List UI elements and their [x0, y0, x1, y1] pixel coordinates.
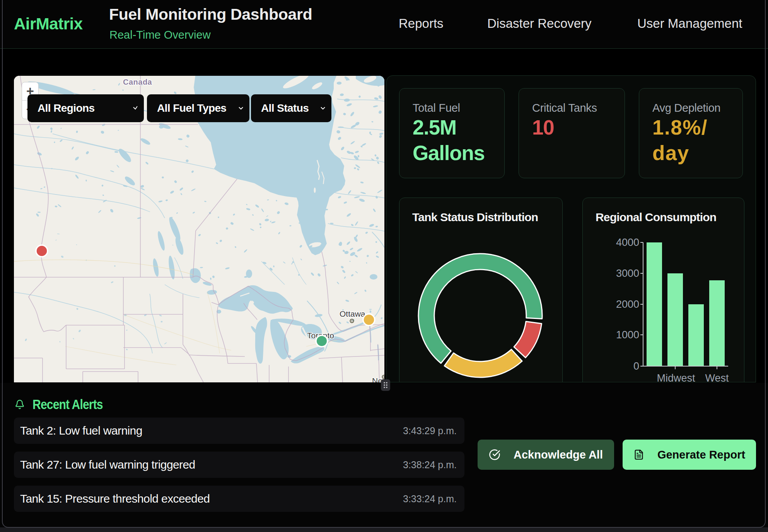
svg-text:1000: 1000 [616, 329, 639, 341]
svg-text:3000: 3000 [616, 268, 639, 279]
svg-text:West: West [705, 372, 729, 382]
svg-text:Canada: Canada [123, 78, 152, 86]
svg-text:4000: 4000 [616, 237, 639, 248]
svg-text:2000: 2000 [616, 298, 639, 310]
svg-text:Ottawa: Ottawa [340, 309, 365, 318]
svg-text:Midwest: Midwest [657, 372, 695, 382]
svg-text:0: 0 [633, 360, 639, 372]
